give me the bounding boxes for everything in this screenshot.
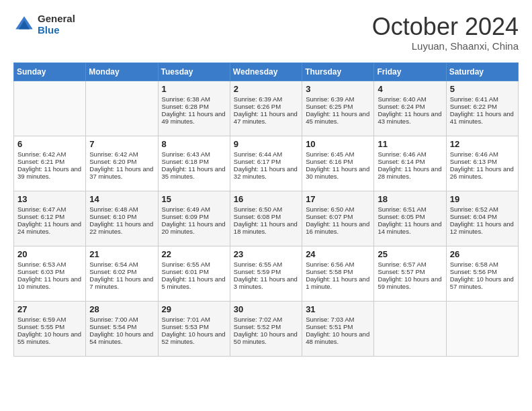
calendar-week-row: 1Sunrise: 6:38 AMSunset: 6:28 PMDaylight… bbox=[14, 81, 519, 136]
sunrise-info: Sunrise: 7:01 AM bbox=[162, 316, 226, 323]
calendar-cell: 26Sunrise: 6:58 AMSunset: 5:56 PMDayligh… bbox=[446, 246, 518, 301]
calendar-cell: 29Sunrise: 7:01 AMSunset: 5:53 PMDayligh… bbox=[158, 301, 230, 356]
daylight-info: Daylight: 10 hours and 57 minutes. bbox=[450, 275, 515, 290]
day-number: 19 bbox=[450, 194, 515, 204]
calendar-cell: 4Sunrise: 6:40 AMSunset: 6:24 PMDaylight… bbox=[374, 81, 446, 136]
daylight-info: Daylight: 11 hours and 35 minutes. bbox=[162, 165, 226, 180]
calendar-week-row: 27Sunrise: 6:59 AMSunset: 5:55 PMDayligh… bbox=[14, 301, 519, 356]
calendar-cell: 12Sunrise: 6:46 AMSunset: 6:13 PMDayligh… bbox=[446, 136, 518, 191]
daylight-info: Daylight: 11 hours and 7 minutes. bbox=[89, 275, 154, 290]
calendar-cell: 2Sunrise: 6:39 AMSunset: 6:26 PMDaylight… bbox=[230, 81, 302, 136]
calendar-header-day: Monday bbox=[86, 62, 158, 81]
calendar-cell: 13Sunrise: 6:47 AMSunset: 6:12 PMDayligh… bbox=[14, 191, 86, 246]
sunset-info: Sunset: 5:51 PM bbox=[306, 323, 370, 330]
sunset-info: Sunset: 6:12 PM bbox=[17, 213, 82, 220]
daylight-info: Daylight: 11 hours and 20 minutes. bbox=[162, 220, 226, 235]
calendar-cell: 1Sunrise: 6:38 AMSunset: 6:28 PMDaylight… bbox=[158, 81, 230, 136]
title-block: October 2024 Luyuan, Shaanxi, China bbox=[372, 13, 519, 52]
sunset-info: Sunset: 5:55 PM bbox=[17, 323, 82, 330]
sunset-info: Sunset: 6:04 PM bbox=[450, 213, 515, 220]
sunrise-info: Sunrise: 6:48 AM bbox=[89, 205, 154, 213]
daylight-info: Daylight: 11 hours and 12 minutes. bbox=[450, 220, 515, 235]
daylight-info: Daylight: 11 hours and 24 minutes. bbox=[17, 220, 82, 235]
day-number: 3 bbox=[306, 84, 370, 94]
calendar-cell: 3Sunrise: 6:39 AMSunset: 6:25 PMDaylight… bbox=[302, 81, 374, 136]
sunrise-info: Sunrise: 7:03 AM bbox=[306, 316, 370, 323]
sunset-info: Sunset: 6:05 PM bbox=[378, 213, 442, 220]
daylight-info: Daylight: 11 hours and 10 minutes. bbox=[17, 275, 82, 290]
calendar-cell: 17Sunrise: 6:50 AMSunset: 6:07 PMDayligh… bbox=[302, 191, 374, 246]
sunset-info: Sunset: 6:13 PM bbox=[450, 158, 515, 165]
logo-blue: Blue bbox=[38, 25, 75, 36]
sunrise-info: Sunrise: 6:44 AM bbox=[234, 150, 298, 158]
daylight-info: Daylight: 11 hours and 22 minutes. bbox=[89, 220, 154, 235]
calendar-cell: 31Sunrise: 7:03 AMSunset: 5:51 PMDayligh… bbox=[302, 301, 374, 356]
calendar-cell: 27Sunrise: 6:59 AMSunset: 5:55 PMDayligh… bbox=[14, 301, 86, 356]
calendar-cell: 25Sunrise: 6:57 AMSunset: 5:57 PMDayligh… bbox=[374, 246, 446, 301]
daylight-info: Daylight: 11 hours and 37 minutes. bbox=[89, 165, 154, 180]
calendar-header-day: Tuesday bbox=[158, 62, 230, 81]
daylight-info: Daylight: 11 hours and 26 minutes. bbox=[450, 165, 515, 180]
calendar-cell: 22Sunrise: 6:55 AMSunset: 6:01 PMDayligh… bbox=[158, 246, 230, 301]
day-number: 29 bbox=[162, 304, 226, 314]
calendar-cell: 9Sunrise: 6:44 AMSunset: 6:17 PMDaylight… bbox=[230, 136, 302, 191]
sunrise-info: Sunrise: 6:56 AM bbox=[306, 261, 370, 268]
logo-icon bbox=[13, 14, 35, 36]
calendar-cell: 16Sunrise: 6:50 AMSunset: 6:08 PMDayligh… bbox=[230, 191, 302, 246]
sunrise-info: Sunrise: 6:43 AM bbox=[162, 150, 226, 158]
daylight-info: Daylight: 11 hours and 45 minutes. bbox=[306, 110, 370, 125]
sunset-info: Sunset: 6:02 PM bbox=[89, 268, 154, 275]
day-number: 21 bbox=[89, 249, 154, 259]
sunset-info: Sunset: 5:56 PM bbox=[450, 268, 515, 275]
sunrise-info: Sunrise: 6:42 AM bbox=[17, 150, 82, 158]
day-number: 9 bbox=[234, 139, 298, 149]
day-number: 16 bbox=[234, 194, 298, 204]
calendar-cell: 8Sunrise: 6:43 AMSunset: 6:18 PMDaylight… bbox=[158, 136, 230, 191]
day-number: 28 bbox=[89, 304, 154, 314]
sunset-info: Sunset: 6:01 PM bbox=[162, 268, 226, 275]
day-number: 14 bbox=[89, 194, 154, 204]
daylight-info: Daylight: 11 hours and 39 minutes. bbox=[17, 165, 82, 180]
sunrise-info: Sunrise: 7:00 AM bbox=[89, 316, 154, 323]
calendar-cell: 23Sunrise: 6:55 AMSunset: 5:59 PMDayligh… bbox=[230, 246, 302, 301]
logo: General Blue bbox=[13, 13, 75, 36]
sunrise-info: Sunrise: 6:39 AM bbox=[306, 95, 370, 103]
logo-text: General Blue bbox=[38, 13, 75, 36]
sunrise-info: Sunrise: 6:57 AM bbox=[378, 261, 442, 268]
sunset-info: Sunset: 5:52 PM bbox=[234, 323, 298, 330]
day-number: 18 bbox=[378, 194, 442, 204]
daylight-info: Daylight: 11 hours and 14 minutes. bbox=[378, 220, 442, 235]
calendar-cell: 6Sunrise: 6:42 AMSunset: 6:21 PMDaylight… bbox=[14, 136, 86, 191]
calendar-header-day: Saturday bbox=[446, 62, 518, 81]
calendar-cell: 5Sunrise: 6:41 AMSunset: 6:22 PMDaylight… bbox=[446, 81, 518, 136]
calendar-cell: 11Sunrise: 6:46 AMSunset: 6:14 PMDayligh… bbox=[374, 136, 446, 191]
sunset-info: Sunset: 6:10 PM bbox=[89, 213, 154, 220]
calendar-cell: 21Sunrise: 6:54 AMSunset: 6:02 PMDayligh… bbox=[86, 246, 158, 301]
calendar-cell: 24Sunrise: 6:56 AMSunset: 5:58 PMDayligh… bbox=[302, 246, 374, 301]
calendar-header-day: Sunday bbox=[14, 62, 86, 81]
day-number: 1 bbox=[162, 84, 226, 94]
day-number: 25 bbox=[378, 249, 442, 259]
sunrise-info: Sunrise: 6:52 AM bbox=[450, 205, 515, 213]
calendar-header-row: SundayMondayTuesdayWednesdayThursdayFrid… bbox=[14, 62, 519, 81]
day-number: 12 bbox=[450, 139, 515, 149]
daylight-info: Daylight: 11 hours and 1 minute. bbox=[306, 275, 370, 290]
daylight-info: Daylight: 11 hours and 18 minutes. bbox=[234, 220, 298, 235]
sunrise-info: Sunrise: 6:46 AM bbox=[378, 150, 442, 158]
calendar-header-day: Thursday bbox=[302, 62, 374, 81]
daylight-info: Daylight: 11 hours and 32 minutes. bbox=[234, 165, 298, 180]
sunset-info: Sunset: 6:14 PM bbox=[378, 158, 442, 165]
sunset-info: Sunset: 6:08 PM bbox=[234, 213, 298, 220]
sunset-info: Sunset: 6:17 PM bbox=[234, 158, 298, 165]
day-number: 20 bbox=[17, 249, 82, 259]
sunset-info: Sunset: 5:58 PM bbox=[306, 268, 370, 275]
sunset-info: Sunset: 6:26 PM bbox=[234, 103, 298, 110]
calendar-cell bbox=[14, 81, 86, 136]
sunrise-info: Sunrise: 6:45 AM bbox=[306, 150, 370, 158]
sunset-info: Sunset: 6:20 PM bbox=[89, 158, 154, 165]
daylight-info: Daylight: 10 hours and 48 minutes. bbox=[306, 330, 370, 345]
day-number: 8 bbox=[162, 139, 226, 149]
calendar-cell: 15Sunrise: 6:49 AMSunset: 6:09 PMDayligh… bbox=[158, 191, 230, 246]
calendar-cell: 20Sunrise: 6:53 AMSunset: 6:03 PMDayligh… bbox=[14, 246, 86, 301]
sunrise-info: Sunrise: 7:02 AM bbox=[234, 316, 298, 323]
